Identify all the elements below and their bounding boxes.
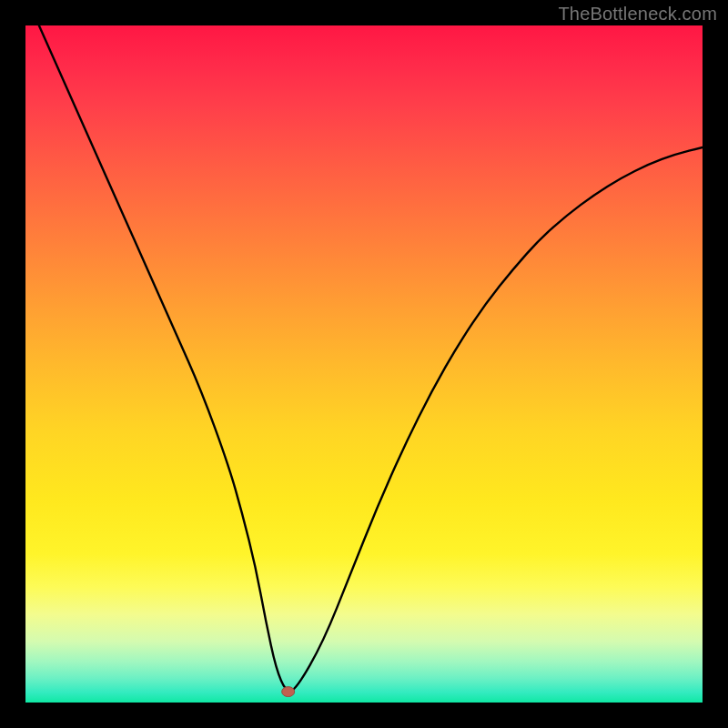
chart-frame: TheBottleneck.com bbox=[0, 0, 728, 728]
bottleneck-chart bbox=[25, 25, 703, 703]
plot-area bbox=[25, 25, 703, 703]
watermark-text: TheBottleneck.com bbox=[558, 4, 717, 25]
gradient-background bbox=[25, 25, 703, 703]
optimal-point-marker bbox=[282, 687, 295, 697]
